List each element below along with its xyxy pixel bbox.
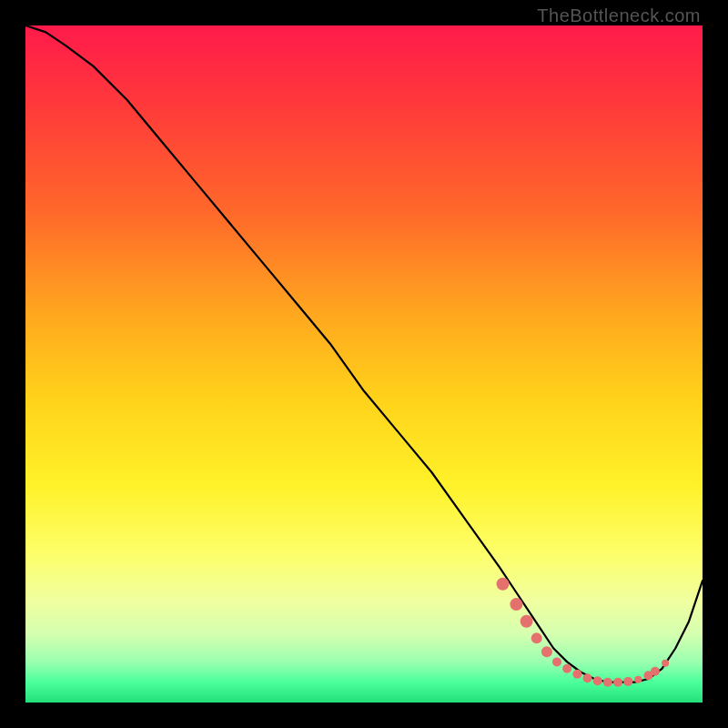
marker-point xyxy=(634,676,642,683)
marker-point xyxy=(662,660,669,667)
bottleneck-curve xyxy=(25,25,703,682)
highlighted-points xyxy=(497,578,670,687)
marker-point xyxy=(510,598,522,611)
marker-point xyxy=(651,667,660,676)
marker-point xyxy=(623,677,632,686)
curve-svg xyxy=(25,25,703,703)
marker-point xyxy=(531,632,542,643)
marker-point xyxy=(552,657,561,666)
attribution-text: TheBottleneck.com xyxy=(537,5,701,26)
chart-frame: TheBottleneck.com xyxy=(0,0,728,728)
marker-point xyxy=(541,646,552,657)
marker-point xyxy=(562,664,571,673)
marker-point xyxy=(497,578,510,591)
marker-point xyxy=(613,678,622,687)
marker-point xyxy=(572,670,581,679)
marker-point xyxy=(603,678,612,687)
plot-area xyxy=(25,25,703,703)
marker-point xyxy=(593,676,602,685)
marker-point xyxy=(583,673,592,682)
marker-point xyxy=(521,615,533,628)
